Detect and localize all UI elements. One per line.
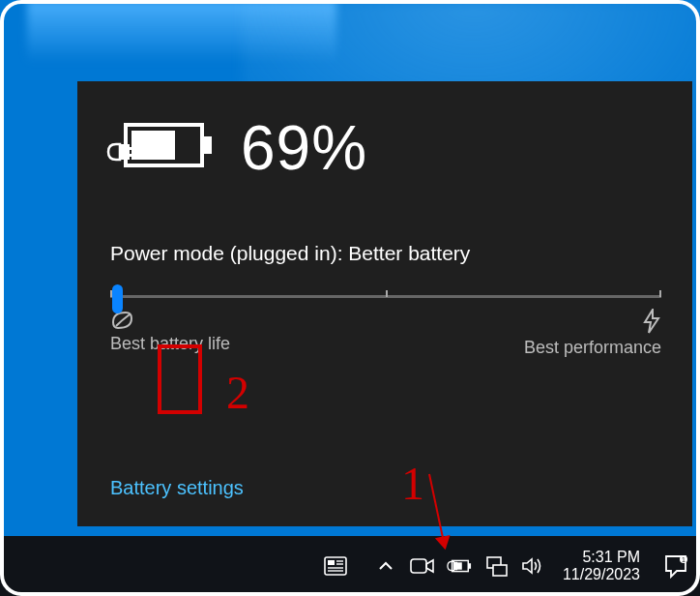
battery-status-row: 69% xyxy=(110,112,661,184)
volume-icon[interactable] xyxy=(520,553,545,579)
power-mode-slider[interactable] xyxy=(110,284,661,287)
battery-large-icon xyxy=(110,123,212,173)
battery-tray-icon[interactable] xyxy=(447,553,472,579)
svg-text:1: 1 xyxy=(682,556,685,563)
annotation-box-2 xyxy=(158,344,202,414)
power-mode-label: Power mode (plugged in): Better battery xyxy=(110,242,661,265)
svg-rect-9 xyxy=(411,559,426,573)
svg-rect-0 xyxy=(120,144,130,160)
news-icon[interactable] xyxy=(323,553,348,579)
slider-thumb[interactable] xyxy=(112,284,123,313)
taskbar: 5:31 PM 11/29/2023 1 xyxy=(0,536,700,596)
network-icon[interactable] xyxy=(483,553,509,579)
lightning-icon xyxy=(642,309,661,334)
battery-settings-link[interactable]: Battery settings xyxy=(110,477,244,499)
plug-icon xyxy=(106,140,139,164)
svg-rect-2 xyxy=(130,154,137,157)
svg-rect-11 xyxy=(468,563,471,569)
battery-percent: 69% xyxy=(241,112,367,184)
clock-time: 5:31 PM xyxy=(563,549,640,566)
taskbar-clock[interactable]: 5:31 PM 11/29/2023 xyxy=(563,549,640,584)
clock-date: 11/29/2023 xyxy=(563,566,640,583)
svg-rect-1 xyxy=(130,147,137,150)
svg-rect-12 xyxy=(453,562,461,569)
annotation-label-1: 1 xyxy=(401,457,424,510)
svg-rect-3 xyxy=(325,557,346,575)
system-tray xyxy=(323,553,545,579)
tray-overflow-icon[interactable] xyxy=(373,553,398,579)
battery-flyout: 69% Power mode (plugged in): Better batt… xyxy=(77,81,692,526)
action-center-icon[interactable]: 1 xyxy=(663,553,688,579)
svg-rect-14 xyxy=(493,565,507,576)
svg-rect-4 xyxy=(328,560,335,565)
annotation-label-2: 2 xyxy=(226,366,249,419)
slider-right-label: Best performance xyxy=(524,338,661,358)
meet-now-icon[interactable] xyxy=(410,553,435,579)
